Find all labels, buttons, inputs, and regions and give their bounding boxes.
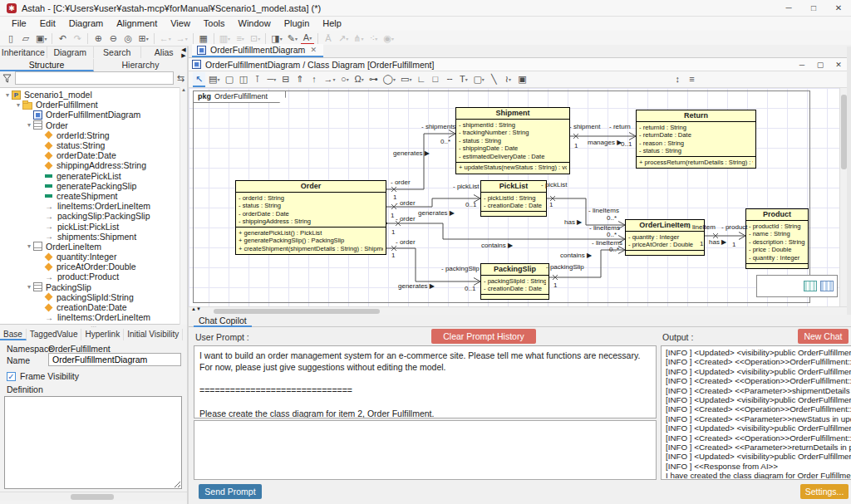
collapse-panel-icons[interactable]: ▲▼	[191, 306, 201, 311]
font-size-icon[interactable]: Ā	[322, 32, 335, 46]
tab-orderfulfillmentdiagram[interactable]: OrderFulfillmentDiagram ✕	[192, 44, 323, 57]
tab-diagram[interactable]: Diagram	[47, 46, 95, 58]
diagram-map-panel[interactable]	[756, 275, 838, 297]
port-tool-icon[interactable]: ◯▾	[381, 72, 397, 87]
note-tool-icon[interactable]: □	[429, 72, 441, 87]
expander-icon[interactable]: ▾	[25, 242, 33, 250]
tree-item-quantity-integer[interactable]: quantity:Integer	[0, 252, 187, 262]
tab-scroll-buttons[interactable]: ◀▶	[180, 46, 188, 58]
scrollbar-thumb[interactable]	[214, 309, 380, 314]
tab-close-icon[interactable]: ✕	[310, 46, 317, 54]
align-vertical-icon[interactable]: ↕	[671, 72, 684, 87]
class-order[interactable]: Order- orderId : String- status : String…	[235, 180, 386, 255]
undo-icon[interactable]: ↶	[56, 32, 69, 46]
grid-view-icon[interactable]	[820, 281, 834, 291]
tree-item-generatepackingslip[interactable]: generatePackingSlip	[0, 181, 187, 191]
redo-icon[interactable]: ↷	[71, 32, 84, 46]
frame-visibility-checkbox[interactable]: ✓	[7, 372, 16, 381]
menu-alignment[interactable]: Alignment	[110, 17, 164, 31]
tree-item-generatepicklist[interactable]: generatePickList	[0, 171, 187, 181]
clear-prompt-history-button[interactable]: Clear Prompt History	[431, 329, 536, 344]
image-tool-icon[interactable]: ▣	[516, 72, 529, 87]
prompt-input-textarea[interactable]	[194, 420, 657, 480]
menu-view[interactable]: View	[164, 17, 197, 31]
menu-tools[interactable]: Tools	[197, 17, 232, 31]
zoom-reset-icon[interactable]: ◎	[121, 32, 135, 46]
fill-color-icon[interactable]: ◨▾	[269, 32, 283, 46]
diagram-canvas[interactable]: pkgOrderFulfillment Order- orderId : Str…	[189, 88, 839, 306]
settings-button[interactable]: Settings...	[800, 484, 849, 499]
font-color-icon[interactable]: A▾	[301, 32, 314, 45]
layout-icon[interactable]: ▥▾	[218, 32, 232, 46]
pin-tool-icon[interactable]: ⊺	[251, 72, 263, 87]
window-close-button[interactable]: ✕	[826, 0, 851, 17]
tree-item-picklist-picklist[interactable]: →pickList:PickList	[0, 221, 187, 231]
prop-tab-hyperlink[interactable]: Hyperlink	[81, 329, 124, 340]
text-tool-icon[interactable]: T▾	[457, 72, 470, 87]
tab-search[interactable]: Search	[94, 46, 141, 58]
expander-icon[interactable]: ▾	[25, 121, 33, 129]
tree-item-shippingaddress-string[interactable]: shippingAddress:String	[0, 160, 187, 170]
fit-view-icon[interactable]: ⊞▾	[136, 32, 150, 46]
window-maximize-button[interactable]: □	[801, 0, 826, 17]
line-color-icon[interactable]: ✎▾	[286, 32, 299, 46]
package-tool-icon[interactable]: ▢	[223, 72, 235, 87]
menu-file[interactable]: File	[5, 17, 33, 31]
prop-tab-initial-visibility[interactable]: Initial Visibility	[124, 329, 183, 340]
zoom-out-icon[interactable]: ⊖	[106, 32, 120, 46]
expander-icon[interactable]: ▾	[14, 101, 22, 109]
corner-line-tool-icon[interactable]: ∟	[415, 72, 427, 87]
generalization-tool-icon[interactable]: ⇑	[293, 72, 306, 87]
menu-diagram[interactable]: Diagram	[62, 17, 111, 31]
mdi-restore-button[interactable]: ▢	[811, 58, 829, 71]
tree-item-packingslip-packingslip[interactable]: →packingSlip:PackingSlip	[0, 211, 187, 221]
required-interface-tool-icon[interactable]: ⊶	[367, 72, 380, 87]
definition-textarea[interactable]	[4, 396, 182, 489]
mdi-close-button[interactable]: ✕	[829, 58, 848, 71]
curve-tool-icon[interactable]: ≀▾	[502, 72, 514, 87]
tree-item-creationdate-date[interactable]: creationDate:Date	[0, 302, 187, 312]
misc-style-icon[interactable]: ◉▾	[381, 32, 396, 46]
scrollbar-thumb[interactable]	[71, 494, 114, 500]
class-packingslip[interactable]: PackingSlip- packingSlipId : String- cre…	[480, 263, 549, 300]
forward-icon[interactable]: →▾	[175, 32, 189, 46]
realization-tool-icon[interactable]: ↑	[307, 72, 320, 87]
expander-icon[interactable]: ▾	[3, 91, 12, 99]
usecase-tool-icon[interactable]: ▭▾	[399, 72, 413, 87]
align-icon[interactable]: ≡▾	[234, 32, 247, 46]
tree-item-scenario1-model[interactable]: ▾PScenario1_model	[0, 90, 187, 100]
diag-line-tool-icon[interactable]: ╲	[488, 72, 500, 87]
tree-item-lineitems-orderlineitem[interactable]: →lineItems:OrderLineItem	[0, 312, 187, 322]
mdi-minimize-button[interactable]: ─	[793, 58, 811, 71]
menu-window[interactable]: Window	[232, 17, 278, 31]
output-log-box[interactable]: [INFO ] <Updated> <visibility>public Ord…	[661, 345, 851, 480]
class-product[interactable]: Product- productId : String- name : Stri…	[745, 208, 809, 269]
left-panel-hscrollbar[interactable]	[0, 492, 187, 501]
menu-help[interactable]: Help	[316, 17, 348, 31]
tree-item-product-product[interactable]: →product:Product	[0, 272, 187, 281]
distribute-icon[interactable]: ≡	[686, 72, 698, 87]
line-style-icon[interactable]: ↗▾	[337, 32, 350, 46]
new-chat-button[interactable]: New Chat	[798, 329, 849, 344]
tree-item-orderid-string[interactable]: orderId:String	[0, 130, 187, 140]
dependency-tool-icon[interactable]: →▾	[322, 72, 337, 87]
tree-item-packingslipid-string[interactable]: packingSlipId:String	[0, 292, 187, 302]
model-tool-icon[interactable]: ◫	[237, 72, 249, 87]
anchor-tool-icon[interactable]: ╌	[443, 72, 455, 87]
prop-tab-base[interactable]: Base	[0, 329, 27, 340]
new-file-icon[interactable]: ▯	[4, 32, 17, 46]
compartment-tool-icon[interactable]: ⊟	[279, 72, 292, 87]
class-tool-icon[interactable]: ▤▾	[207, 72, 221, 87]
tree-item-orderdate-date[interactable]: orderDate:Date	[0, 150, 187, 160]
stereotype-icon[interactable]: ⁖▾	[366, 32, 380, 46]
select-pointer-icon[interactable]: ↖	[193, 72, 205, 87]
tree-item-shipments-shipment[interactable]: →shipments:Shipment	[0, 232, 187, 242]
tree-item-createshipment[interactable]: createShipment	[0, 191, 187, 201]
prompt-history-box[interactable]: I want to build an order management syst…	[194, 345, 657, 418]
window-minimize-button[interactable]: ─	[776, 0, 801, 17]
diagram-window-icon[interactable]: ▦	[197, 32, 210, 46]
tree-item-orderlineitem[interactable]: ▾OrderLineItem	[0, 242, 187, 252]
provided-interface-tool-icon[interactable]: Ω▾	[352, 72, 365, 87]
menu-plugin[interactable]: Plugin	[278, 17, 317, 31]
menu-edit[interactable]: Edit	[33, 17, 62, 31]
